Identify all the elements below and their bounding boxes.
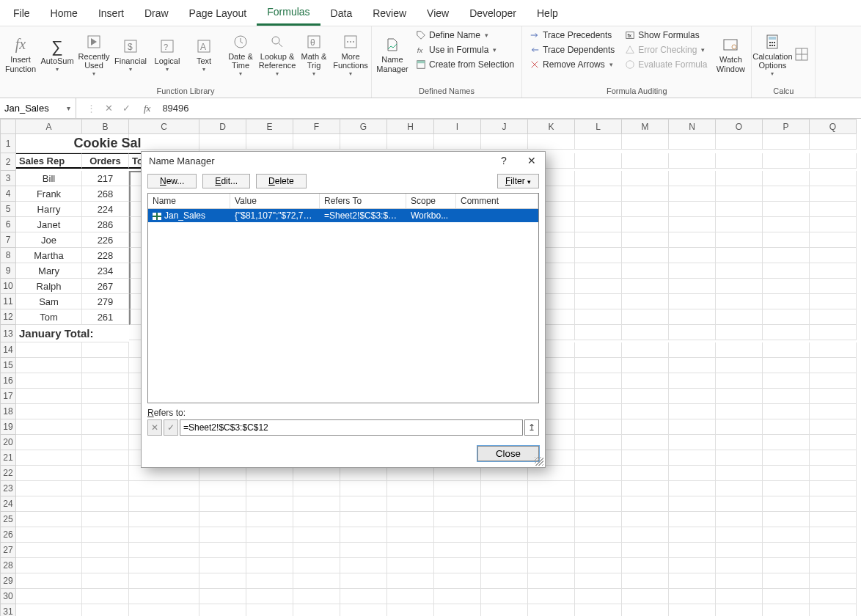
cell[interactable] <box>575 358 622 373</box>
cell[interactable] <box>82 358 129 373</box>
cell[interactable] <box>199 558 246 573</box>
cell[interactable] <box>246 589 293 604</box>
refers-accept-button[interactable]: ✓ <box>164 419 178 436</box>
cell[interactable] <box>622 342 669 358</box>
row-header-21[interactable]: 21 <box>0 450 16 466</box>
cell[interactable] <box>434 558 481 573</box>
cell[interactable] <box>763 389 810 404</box>
row-header-27[interactable]: 27 <box>0 543 16 558</box>
cell[interactable] <box>763 263 810 279</box>
cell[interactable] <box>129 589 199 604</box>
cell[interactable] <box>763 171 810 186</box>
cell[interactable] <box>669 263 716 279</box>
dialog-help-button[interactable]: ? <box>495 155 513 166</box>
cell[interactable] <box>716 389 763 404</box>
cell[interactable] <box>82 450 129 466</box>
cell[interactable] <box>387 466 434 481</box>
cell[interactable] <box>763 279 810 294</box>
cell[interactable]: Frank <box>16 186 82 202</box>
cell[interactable] <box>82 604 129 616</box>
cell[interactable] <box>716 419 763 435</box>
cell[interactable] <box>575 573 622 589</box>
cell[interactable] <box>716 186 763 202</box>
cell[interactable] <box>810 527 857 543</box>
row-header-29[interactable]: 29 <box>0 573 16 589</box>
cell[interactable] <box>246 466 293 481</box>
cell[interactable] <box>669 279 716 294</box>
cell[interactable] <box>199 466 246 481</box>
cell[interactable] <box>716 279 763 294</box>
cell[interactable] <box>387 604 434 616</box>
name-manager-button[interactable]: Name Manager <box>375 28 410 82</box>
cell[interactable] <box>669 153 716 169</box>
cell[interactable] <box>16 373 82 389</box>
cell[interactable] <box>293 573 340 589</box>
cell[interactable] <box>622 481 669 496</box>
cell[interactable] <box>129 466 199 481</box>
cell[interactable] <box>16 435 82 450</box>
col-header-I[interactable]: I <box>434 119 481 134</box>
tab-draw[interactable]: Draw <box>134 1 179 25</box>
cell[interactable] <box>810 309 857 325</box>
cell[interactable] <box>199 589 246 604</box>
cell[interactable] <box>622 604 669 616</box>
cell[interactable] <box>716 573 763 589</box>
cell[interactable] <box>129 496 199 512</box>
cell[interactable] <box>16 450 82 466</box>
cell[interactable] <box>622 435 669 450</box>
cell[interactable] <box>575 248 622 263</box>
cell[interactable] <box>622 358 669 373</box>
cell[interactable] <box>622 389 669 404</box>
cell[interactable] <box>434 527 481 543</box>
cell[interactable] <box>763 404 810 419</box>
row-header-6[interactable]: 6 <box>0 217 16 232</box>
row-header-24[interactable]: 24 <box>0 496 16 512</box>
cell[interactable] <box>434 543 481 558</box>
cell[interactable] <box>763 558 810 573</box>
edit-name-button[interactable]: Edit... <box>202 174 250 188</box>
cell[interactable] <box>481 134 528 150</box>
cell[interactable] <box>575 153 622 169</box>
cell[interactable] <box>763 342 810 358</box>
cell[interactable]: Martha <box>16 248 82 263</box>
cell[interactable] <box>669 202 716 217</box>
cell[interactable] <box>669 450 716 466</box>
cell[interactable] <box>810 450 857 466</box>
cell[interactable] <box>528 466 575 481</box>
cell[interactable] <box>387 512 434 527</box>
cell[interactable] <box>246 604 293 616</box>
cell[interactable] <box>293 558 340 573</box>
cell[interactable] <box>763 512 810 527</box>
cell[interactable] <box>716 404 763 419</box>
cell[interactable] <box>387 481 434 496</box>
cell[interactable] <box>716 342 763 358</box>
cell[interactable] <box>716 217 763 232</box>
cell[interactable] <box>669 573 716 589</box>
row-header-14[interactable]: 14 <box>0 342 16 358</box>
cell[interactable] <box>716 232 763 248</box>
cell[interactable] <box>763 527 810 543</box>
tab-home[interactable]: Home <box>40 1 88 25</box>
cell[interactable] <box>716 450 763 466</box>
cell[interactable] <box>575 134 622 150</box>
cell[interactable] <box>481 573 528 589</box>
col-header-Q[interactable]: Q <box>810 119 857 134</box>
cell[interactable] <box>810 466 857 481</box>
cell[interactable] <box>669 294 716 309</box>
cell[interactable] <box>810 134 857 150</box>
cell[interactable]: Bill <box>16 171 82 186</box>
cell[interactable] <box>575 186 622 202</box>
show-formulas-button[interactable]: fx Show Formulas <box>620 28 711 43</box>
remove-arrows-button[interactable]: Remove Arrows▾ <box>525 57 619 72</box>
row-header-9[interactable]: 9 <box>0 263 16 279</box>
cell[interactable]: Sam <box>16 294 82 309</box>
enter-formula-button[interactable]: ✓ <box>120 103 132 114</box>
cell[interactable] <box>575 309 622 325</box>
cell[interactable] <box>340 604 387 616</box>
cell[interactable] <box>622 263 669 279</box>
cell[interactable]: 286 <box>82 217 129 232</box>
cell[interactable] <box>716 134 763 150</box>
watch-window-button[interactable]: Watch Window <box>713 28 748 82</box>
cell[interactable] <box>575 202 622 217</box>
cell[interactable] <box>199 604 246 616</box>
